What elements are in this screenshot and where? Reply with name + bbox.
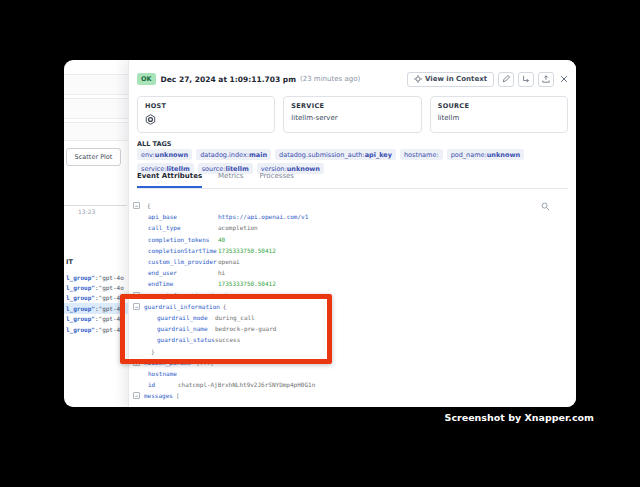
- collapse-icon[interactable]: −: [133, 202, 140, 209]
- json-key: messages: [144, 392, 173, 399]
- log-list-item[interactable]: l_group":"gpt-4: [64, 303, 128, 313]
- json-key: guardrail_name: [157, 325, 215, 332]
- tab-processes[interactable]: Processes: [260, 172, 295, 188]
- all-tags-label: ALL TAGS: [137, 140, 172, 148]
- log-list-item[interactable]: l_group":"gpt-4: [64, 293, 128, 303]
- json-key: api_base: [148, 213, 218, 220]
- tag-pill[interactable]: datadog.index:main: [196, 149, 271, 160]
- summary-cards: HOST SERVICE litellm-server SOURCE litel…: [137, 96, 568, 133]
- json-key: call_type: [148, 224, 218, 231]
- event-header: OK Dec 27, 2024 at 1:09:11.703 pm (23 mi…: [137, 70, 568, 88]
- collapse-icon[interactable]: −: [133, 392, 140, 399]
- json-value: bedrock-pre-guard: [215, 325, 276, 332]
- event-detail-window: Scatter Plot 13:23 IT l_group":"gpt-4ol_…: [64, 60, 576, 407]
- json-row: end_userhi: [129, 267, 576, 278]
- event-detail-panel: OK Dec 27, 2024 at 1:09:11.703 pm (23 mi…: [128, 60, 576, 407]
- json-key: custom_llm_provider: [148, 258, 218, 265]
- background-field: [64, 122, 130, 141]
- json-row: guardrail_modeduring_call: [129, 312, 576, 323]
- json-value: chatcmpl-AjBrxhNLht9v2J6rSNYDmp4pH0G1n: [178, 381, 315, 388]
- json-bracket: {: [223, 303, 227, 310]
- json-row: }: [129, 345, 576, 356]
- json-bracket: {: [147, 202, 151, 209]
- json-value: {...}: [210, 292, 228, 299]
- json-bracket: [: [176, 392, 180, 399]
- tab-metrics[interactable]: Metrics: [218, 172, 243, 188]
- json-key: error_information: [144, 292, 205, 299]
- export-button[interactable]: [538, 72, 554, 87]
- json-key: endTime: [148, 280, 218, 287]
- json-row: guardrail_namebedrock-pre-guard: [129, 323, 576, 334]
- json-row: custom_llm_provideropenai: [129, 256, 576, 267]
- close-icon: [560, 75, 568, 83]
- edit-button[interactable]: [498, 72, 514, 87]
- json-key: guardrail_information: [144, 303, 220, 310]
- json-value: {...}: [196, 359, 214, 366]
- tag-pill[interactable]: pod_name:unknown: [447, 149, 524, 160]
- json-value: hi: [218, 269, 225, 276]
- background-field: [64, 98, 130, 119]
- json-row: +hidden_params{...}: [129, 357, 576, 368]
- json-value: 40: [218, 236, 225, 243]
- json-key: hidden_params: [144, 359, 191, 366]
- json-key: completion_tokens: [148, 236, 218, 243]
- scatter-plot-button[interactable]: Scatter Plot: [66, 148, 121, 166]
- correlate-icon: [522, 75, 530, 83]
- tag-pill[interactable]: datadog.submission_auth:api_key: [275, 149, 396, 160]
- background-field: [64, 74, 130, 95]
- host-card[interactable]: HOST: [137, 96, 275, 133]
- close-button[interactable]: [560, 75, 568, 83]
- chart-x-axis: [64, 205, 127, 206]
- json-row: idchatcmpl-AjBrxhNLht9v2J6rSNYDmp4pH0G1n: [129, 379, 576, 390]
- log-list-item[interactable]: l_group":"gpt-4o: [64, 272, 128, 282]
- search-button[interactable]: [541, 202, 550, 211]
- json-row: hostname: [129, 368, 576, 379]
- tag-pill[interactable]: hostname:: [400, 149, 443, 160]
- json-value[interactable]: https://api.openai.com/v1: [218, 213, 308, 220]
- json-key: id: [148, 381, 178, 388]
- axis-tick-label: 13:23: [78, 208, 95, 215]
- json-key: completionStartTime: [148, 247, 218, 254]
- status-badge: OK: [137, 73, 156, 85]
- tags-list: env:unknowndatadog.index:maindatadog.sub…: [137, 149, 573, 174]
- json-value: openai: [218, 258, 240, 265]
- log-list-item[interactable]: l_group":"gpt-4: [64, 324, 128, 334]
- json-row: −{: [129, 200, 576, 211]
- json-row: call_typeacompletion: [129, 222, 576, 233]
- host-card-label: HOST: [145, 102, 267, 110]
- magnifier-icon: [541, 202, 550, 211]
- export-icon: [542, 75, 550, 83]
- service-card[interactable]: SERVICE litellm-server: [283, 96, 421, 133]
- json-row: api_basehttps://api.openai.com/v1: [129, 211, 576, 222]
- crosshair-icon: [414, 75, 422, 83]
- correlate-button[interactable]: [518, 72, 534, 87]
- json-value: success: [215, 336, 240, 343]
- expand-icon[interactable]: +: [133, 292, 140, 299]
- json-value: 1735333750.50412: [218, 280, 276, 287]
- view-in-context-button[interactable]: View in Context: [407, 72, 494, 87]
- tab-bar: Event AttributesMetricsProcesses: [137, 172, 568, 189]
- json-key: guardrail_mode: [157, 314, 215, 321]
- event-timestamp: Dec 27, 2024 at 1:09:11.703 pm: [161, 75, 296, 84]
- json-bracket: }: [151, 348, 155, 355]
- json-row: −messages[: [129, 390, 576, 401]
- collapse-icon[interactable]: −: [133, 303, 140, 310]
- log-list-item[interactable]: l_group":"gpt-4o: [64, 282, 128, 292]
- json-value: acompletion: [218, 224, 258, 231]
- json-row: completion_tokens40: [129, 234, 576, 245]
- json-key: guardrail_status: [157, 336, 215, 343]
- log-list-item[interactable]: l_group":"gpt-4: [64, 314, 128, 324]
- service-card-label: SERVICE: [291, 102, 413, 110]
- json-row: guardrail_statussuccess: [129, 334, 576, 345]
- view-in-context-label: View in Context: [425, 75, 487, 83]
- log-list: l_group":"gpt-4ol_group":"gpt-4ol_group"…: [64, 272, 128, 334]
- relative-time: (23 minutes ago): [300, 75, 360, 83]
- source-card[interactable]: SOURCE litellm: [430, 96, 568, 133]
- json-row: −guardrail_information{: [129, 301, 576, 312]
- json-row: completionStartTime1735333750.50412: [129, 245, 576, 256]
- tab-event-attributes[interactable]: Event Attributes: [137, 172, 202, 188]
- tag-pill[interactable]: env:unknown: [137, 149, 192, 160]
- json-key: end_user: [148, 269, 218, 276]
- expand-icon[interactable]: +: [133, 359, 140, 366]
- json-row: endTime1735333750.50412: [129, 278, 576, 289]
